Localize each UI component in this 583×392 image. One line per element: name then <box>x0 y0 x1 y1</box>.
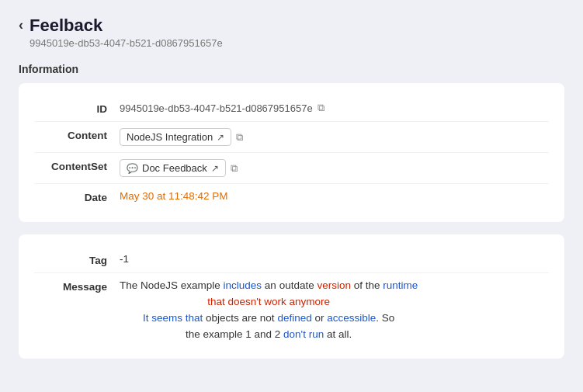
msg-line4-dontrun: don't run <box>283 328 324 340</box>
content-label: Content <box>34 128 120 141</box>
msg-line2: that doesn't work anymore <box>207 296 330 307</box>
page-uuid: 9945019e-db53-4047-b521-d0867951657e <box>29 37 223 49</box>
content-copy-icon[interactable]: ⧉ <box>236 131 243 144</box>
tag-row: Tag -1 <box>34 247 549 273</box>
back-button[interactable]: ‹ <box>19 17 23 33</box>
msg-line3-itseems: It seems that <box>143 312 206 324</box>
msg-line3-so: . So <box>376 312 394 324</box>
msg-line3-defined: defined <box>277 312 311 324</box>
id-row: ID 9945019e-db53-4047-b521-d0867951657e … <box>34 95 549 122</box>
msg-line1-of: of the <box>351 279 383 291</box>
content-set-badge[interactable]: 💬 Doc Feedback ↗ <box>120 159 226 177</box>
content-set-external-link-icon[interactable]: ↗ <box>211 163 219 174</box>
msg-line1-before: The NodeJS example <box>120 279 224 291</box>
id-label: ID <box>34 102 120 115</box>
id-value: 9945019e-db53-4047-b521-d0867951657e <box>120 102 313 114</box>
msg-line4-after: at all. <box>324 328 352 340</box>
details-card: Tag -1 Message The NodeJS example includ… <box>19 234 564 359</box>
content-row: Content NodeJS Integration ↗ ⧉ <box>34 122 549 153</box>
msg-line1-version: version <box>317 279 351 291</box>
content-set-value: Doc Feedback <box>142 162 207 174</box>
msg-line4-before: the example 1 and 2 <box>186 328 283 340</box>
chat-icon: 💬 <box>127 163 138 174</box>
content-external-link-icon[interactable]: ↗ <box>217 132 224 143</box>
content-badge[interactable]: NodeJS Integration ↗ <box>120 128 231 146</box>
tag-value: -1 <box>120 253 129 265</box>
msg-line1-includes: includes <box>224 279 262 291</box>
msg-line1-mid: an outdate <box>262 279 317 291</box>
page-title: Feelback <box>29 16 223 36</box>
content-set-copy-icon[interactable]: ⧉ <box>231 162 238 175</box>
id-copy-icon[interactable]: ⧉ <box>318 102 324 114</box>
date-row: Date May 30 at 11:48:42 PM <box>34 184 549 210</box>
date-label: Date <box>34 190 120 203</box>
content-value: NodeJS Integration <box>127 131 213 143</box>
msg-line1-runtime: runtime <box>383 279 418 291</box>
content-set-row: ContentSet 💬 Doc Feedback ↗ ⧉ <box>34 153 549 184</box>
message-row: Message The NodeJS example includes an o… <box>34 273 549 346</box>
msg-line3-accessible: accessible <box>327 312 376 324</box>
content-set-label: ContentSet <box>34 159 120 172</box>
date-value: May 30 at 11:48:42 PM <box>120 190 228 202</box>
msg-line3-objects: objects are not <box>206 312 277 324</box>
msg-line3-or: or <box>312 312 328 324</box>
information-section-title: Information <box>19 63 564 75</box>
tag-label: Tag <box>34 253 120 266</box>
information-card: ID 9945019e-db53-4047-b521-d0867951657e … <box>19 83 564 222</box>
message-label: Message <box>34 279 120 293</box>
message-value: The NodeJS example includes an outdate v… <box>120 279 418 340</box>
